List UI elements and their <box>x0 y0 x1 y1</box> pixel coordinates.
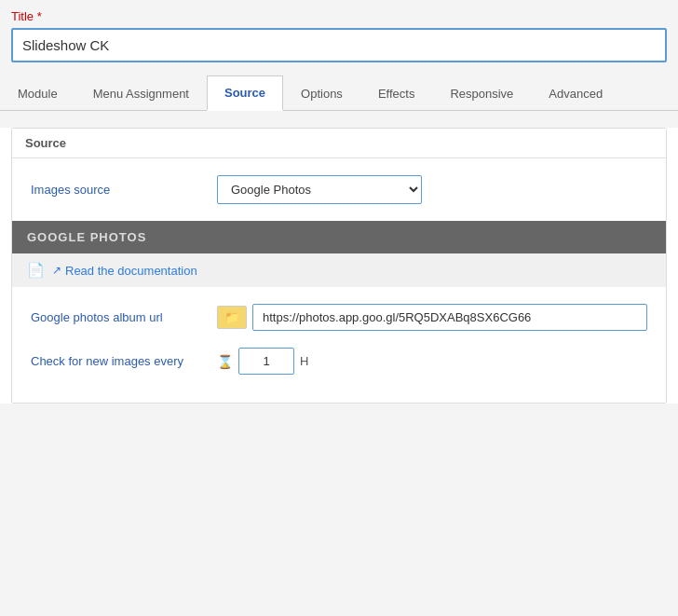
tab-effects[interactable]: Effects <box>360 76 433 110</box>
title-label: Title * <box>11 9 667 23</box>
tab-menu-assignment[interactable]: Menu Assignment <box>75 76 207 110</box>
images-source-row: Images source Google Photos <box>31 175 647 204</box>
doc-link-label: Read the documentation <box>65 264 197 278</box>
source-panel-body: Images source Google Photos GOOGLE PHOTO… <box>12 158 666 403</box>
album-url-control: 📁 <box>217 304 647 331</box>
source-panel: Source Images source Google Photos GOOGL… <box>11 128 667 404</box>
doc-link[interactable]: ↗ Read the documentation <box>52 264 197 278</box>
check-images-unit: H <box>300 354 308 368</box>
check-images-label: Check for new images every <box>31 354 217 368</box>
folder-button[interactable]: 📁 <box>217 306 247 329</box>
doc-row: 📄 ↗ Read the documentation <box>12 253 666 287</box>
required-star: * <box>37 9 42 23</box>
check-images-control: ⌛ H <box>217 348 308 375</box>
album-url-input[interactable] <box>252 304 647 331</box>
title-input[interactable] <box>11 28 667 62</box>
tab-responsive[interactable]: Responsive <box>432 76 531 110</box>
check-images-row: Check for new images every ⌛ H <box>31 348 647 375</box>
title-section: Title * <box>0 0 678 62</box>
images-source-select[interactable]: Google Photos <box>217 175 422 204</box>
tab-module[interactable]: Module <box>0 76 75 110</box>
album-url-row: Google photos album url 📁 <box>31 304 647 331</box>
title-text: Title <box>11 9 34 23</box>
tab-options[interactable]: Options <box>283 76 360 110</box>
folder-icon: 📁 <box>224 310 239 324</box>
external-link-icon: ↗ <box>52 264 61 277</box>
doc-file-icon: 📄 <box>27 262 45 279</box>
main-content: Source Images source Google Photos GOOGL… <box>0 128 678 404</box>
tabs-bar: Module Menu Assignment Source Options Ef… <box>0 75 678 111</box>
hourglass-icon: ⌛ <box>217 354 233 369</box>
album-url-label: Google photos album url <box>31 310 217 324</box>
images-source-label: Images source <box>31 183 217 197</box>
tab-source[interactable]: Source <box>207 75 283 111</box>
google-photos-bar: GOOGLE PHOTOS <box>12 221 666 253</box>
page-wrapper: Title * Module Menu Assignment Source Op… <box>0 0 678 616</box>
tab-advanced[interactable]: Advanced <box>531 76 620 110</box>
images-source-control: Google Photos <box>217 175 647 204</box>
source-panel-title: Source <box>12 129 666 158</box>
check-images-input[interactable] <box>238 348 294 375</box>
